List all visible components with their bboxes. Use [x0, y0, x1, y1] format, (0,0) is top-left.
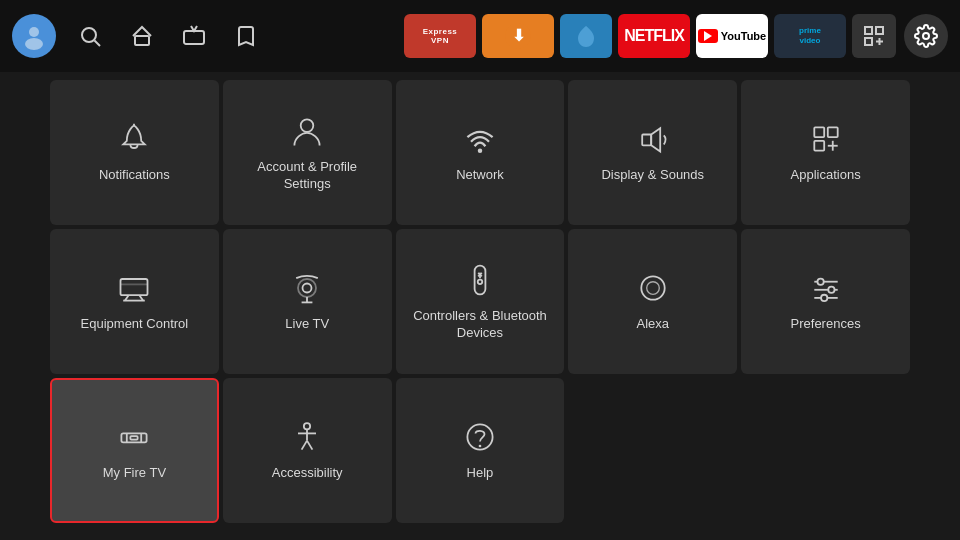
tile-my-fire-tv[interactable]: My Fire TV [50, 378, 219, 523]
tile-controllers-bluetooth[interactable]: Controllers & Bluetooth Devices [396, 229, 565, 374]
nav-apps: ExpressVPN ⬇ NETFLIX YouTube primevid [404, 14, 896, 58]
apps-icon [808, 121, 844, 157]
svg-point-17 [478, 148, 483, 153]
tile-applications-label: Applications [791, 167, 861, 184]
app-tile-primevideo[interactable]: primevideo [774, 14, 846, 58]
app-tile-downloader[interactable]: ⬇ [482, 14, 554, 58]
svg-point-43 [817, 279, 823, 285]
accessibility-icon [289, 419, 325, 455]
app-tile-grid[interactable] [852, 14, 896, 58]
tile-preferences-label: Preferences [791, 316, 861, 333]
app-tile-netflix[interactable]: NETFLIX [618, 14, 690, 58]
svg-rect-10 [876, 27, 883, 34]
bell-icon [116, 121, 152, 157]
svg-point-29 [303, 284, 312, 293]
tile-live-tv[interactable]: Live TV [223, 229, 392, 374]
avatar[interactable] [12, 14, 56, 58]
svg-point-35 [478, 279, 483, 284]
settings-button[interactable] [904, 14, 948, 58]
svg-rect-5 [184, 31, 204, 44]
app-tile-blue[interactable] [560, 14, 612, 58]
tile-equipment-control[interactable]: Equipment Control [50, 229, 219, 374]
wifi-icon [462, 121, 498, 157]
tv-icon [116, 270, 152, 306]
sliders-icon [808, 270, 844, 306]
search-button[interactable] [72, 18, 108, 54]
svg-point-54 [479, 445, 482, 448]
svg-line-3 [95, 41, 101, 47]
tile-notifications[interactable]: Notifications [50, 80, 219, 225]
tile-preferences[interactable]: Preferences [741, 229, 910, 374]
tile-accessibility-label: Accessibility [272, 465, 343, 482]
svg-rect-9 [865, 27, 872, 34]
tile-controllers-bluetooth-label: Controllers & Bluetooth Devices [406, 308, 555, 342]
live-tv-button[interactable] [176, 18, 212, 54]
svg-rect-18 [642, 135, 651, 146]
person-icon [289, 113, 325, 149]
svg-rect-11 [865, 38, 872, 45]
youtube-play-icon [698, 29, 718, 43]
tile-applications[interactable]: Applications [741, 80, 910, 225]
tile-notifications-label: Notifications [99, 167, 170, 184]
tile-account-label: Account & Profile Settings [233, 159, 382, 193]
svg-rect-4 [135, 36, 149, 45]
speaker-icon [635, 121, 671, 157]
alexa-icon [635, 270, 671, 306]
tile-account[interactable]: Account & Profile Settings [223, 80, 392, 225]
svg-rect-21 [814, 141, 824, 151]
svg-rect-24 [121, 279, 148, 295]
remote-icon [462, 262, 498, 298]
tile-live-tv-label: Live TV [285, 316, 329, 333]
svg-rect-49 [131, 436, 138, 440]
nav-left-icons [12, 14, 264, 58]
tile-equipment-control-label: Equipment Control [81, 316, 189, 333]
tile-alexa-label: Alexa [637, 316, 670, 333]
svg-rect-20 [827, 127, 837, 137]
tile-display-sounds-label: Display & Sounds [601, 167, 704, 184]
tile-network[interactable]: Network [396, 80, 565, 225]
firetv-icon [116, 419, 152, 455]
app-tile-youtube[interactable]: YouTube [696, 14, 768, 58]
tile-display-sounds[interactable]: Display & Sounds [568, 80, 737, 225]
svg-point-2 [82, 28, 96, 42]
svg-point-44 [828, 287, 834, 293]
tile-my-fire-tv-label: My Fire TV [103, 465, 166, 482]
watchlist-button[interactable] [228, 18, 264, 54]
svg-point-14 [923, 33, 929, 39]
svg-point-38 [641, 276, 664, 299]
svg-point-16 [301, 119, 314, 132]
tile-help-label: Help [467, 465, 494, 482]
tile-help[interactable]: Help [396, 378, 565, 523]
svg-point-50 [304, 423, 310, 429]
svg-rect-19 [814, 127, 824, 137]
settings-grid: Notifications Account & Profile Settings… [0, 72, 960, 531]
help-icon [462, 419, 498, 455]
svg-text:⬇: ⬇ [512, 27, 525, 44]
top-navigation: ExpressVPN ⬇ NETFLIX YouTube primevid [0, 0, 960, 72]
svg-rect-46 [122, 433, 147, 442]
antenna-icon [289, 270, 325, 306]
svg-point-45 [821, 295, 827, 301]
app-tile-expressvpn[interactable]: ExpressVPN [404, 14, 476, 58]
svg-point-30 [298, 279, 316, 297]
tile-network-label: Network [456, 167, 504, 184]
tile-accessibility[interactable]: Accessibility [223, 378, 392, 523]
svg-point-0 [29, 27, 39, 37]
home-button[interactable] [124, 18, 160, 54]
svg-point-39 [646, 282, 659, 295]
tile-alexa[interactable]: Alexa [568, 229, 737, 374]
svg-point-1 [25, 38, 43, 50]
